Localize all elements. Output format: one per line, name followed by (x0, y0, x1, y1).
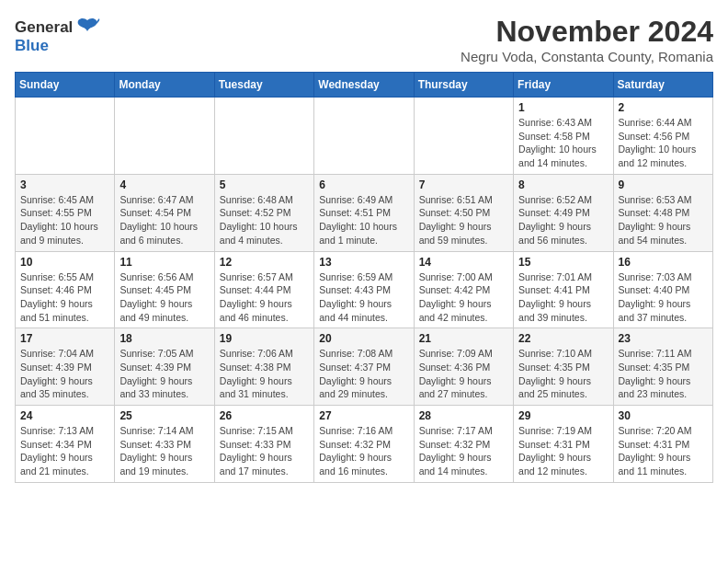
day-number: 4 (119, 178, 209, 191)
calendar-cell (16, 98, 115, 175)
calendar-cell: 12Sunrise: 6:57 AM Sunset: 4:44 PM Dayli… (214, 251, 313, 328)
calendar-cell: 5Sunrise: 6:48 AM Sunset: 4:52 PM Daylig… (214, 174, 313, 251)
day-info: Sunrise: 7:10 AM Sunset: 4:35 PM Dayligh… (518, 347, 608, 401)
day-number: 5 (220, 178, 309, 191)
calendar-cell: 28Sunrise: 7:17 AM Sunset: 4:32 PM Dayli… (414, 406, 513, 483)
calendar-header: Sunday Monday Tuesday Wednesday Thursday… (16, 73, 713, 98)
day-number: 26 (220, 409, 309, 422)
col-monday: Monday (115, 73, 214, 98)
calendar-cell: 11Sunrise: 6:56 AM Sunset: 4:45 PM Dayli… (115, 251, 214, 328)
day-info: Sunrise: 7:17 AM Sunset: 4:32 PM Dayligh… (419, 424, 508, 478)
day-info: Sunrise: 6:43 AM Sunset: 4:58 PM Dayligh… (518, 116, 608, 170)
col-wednesday: Wednesday (314, 73, 414, 98)
calendar-cell: 7Sunrise: 6:51 AM Sunset: 4:50 PM Daylig… (414, 174, 513, 251)
day-number: 3 (20, 178, 109, 191)
calendar-cell: 19Sunrise: 7:06 AM Sunset: 4:38 PM Dayli… (214, 328, 313, 406)
calendar-cell: 16Sunrise: 7:03 AM Sunset: 4:40 PM Dayli… (613, 251, 712, 328)
logo-bird-icon (74, 15, 100, 40)
day-number: 10 (20, 256, 109, 269)
day-number: 1 (518, 101, 608, 114)
day-info: Sunrise: 7:20 AM Sunset: 4:31 PM Dayligh… (619, 424, 708, 478)
day-number: 21 (419, 332, 508, 345)
day-number: 28 (419, 409, 508, 422)
calendar-week-3: 10Sunrise: 6:55 AM Sunset: 4:46 PM Dayli… (16, 251, 713, 328)
calendar-cell: 3Sunrise: 6:45 AM Sunset: 4:55 PM Daylig… (16, 174, 115, 251)
day-number: 23 (619, 332, 708, 345)
day-info: Sunrise: 6:51 AM Sunset: 4:50 PM Dayligh… (419, 193, 508, 247)
day-number: 22 (518, 332, 608, 345)
day-info: Sunrise: 7:11 AM Sunset: 4:35 PM Dayligh… (619, 347, 708, 401)
calendar-cell (314, 98, 414, 175)
calendar-cell: 10Sunrise: 6:55 AM Sunset: 4:46 PM Dayli… (16, 251, 115, 328)
day-number: 11 (119, 256, 209, 269)
day-info: Sunrise: 6:44 AM Sunset: 4:56 PM Dayligh… (619, 116, 708, 170)
day-info: Sunrise: 7:01 AM Sunset: 4:41 PM Dayligh… (518, 270, 608, 325)
header-row: Sunday Monday Tuesday Wednesday Thursday… (16, 73, 713, 98)
day-info: Sunrise: 6:49 AM Sunset: 4:51 PM Dayligh… (319, 193, 408, 247)
day-number: 17 (20, 332, 109, 345)
day-info: Sunrise: 7:06 AM Sunset: 4:38 PM Dayligh… (220, 347, 309, 401)
day-number: 2 (619, 101, 708, 114)
day-info: Sunrise: 7:08 AM Sunset: 4:37 PM Dayligh… (319, 347, 408, 401)
day-number: 9 (619, 178, 708, 191)
calendar-cell (115, 98, 214, 175)
day-number: 6 (319, 178, 408, 191)
day-info: Sunrise: 7:16 AM Sunset: 4:32 PM Dayligh… (319, 424, 408, 478)
calendar-cell: 24Sunrise: 7:13 AM Sunset: 4:34 PM Dayli… (16, 406, 115, 483)
day-number: 13 (319, 256, 408, 269)
day-info: Sunrise: 6:45 AM Sunset: 4:55 PM Dayligh… (20, 193, 109, 247)
day-info: Sunrise: 6:48 AM Sunset: 4:52 PM Dayligh… (220, 193, 309, 247)
day-number: 16 (619, 256, 708, 269)
calendar-week-1: 1Sunrise: 6:43 AM Sunset: 4:58 PM Daylig… (16, 98, 713, 175)
day-info: Sunrise: 7:03 AM Sunset: 4:40 PM Dayligh… (619, 270, 708, 325)
calendar-cell: 27Sunrise: 7:16 AM Sunset: 4:32 PM Dayli… (314, 406, 414, 483)
calendar-table: Sunday Monday Tuesday Wednesday Thursday… (15, 72, 713, 483)
calendar-cell: 6Sunrise: 6:49 AM Sunset: 4:51 PM Daylig… (314, 174, 414, 251)
day-info: Sunrise: 7:13 AM Sunset: 4:34 PM Dayligh… (20, 424, 109, 478)
day-number: 27 (319, 409, 408, 422)
calendar-cell: 14Sunrise: 7:00 AM Sunset: 4:42 PM Dayli… (414, 251, 513, 328)
calendar-cell: 8Sunrise: 6:52 AM Sunset: 4:49 PM Daylig… (514, 174, 613, 251)
day-info: Sunrise: 6:53 AM Sunset: 4:48 PM Dayligh… (619, 193, 708, 247)
day-number: 15 (518, 256, 608, 269)
calendar-cell: 9Sunrise: 6:53 AM Sunset: 4:48 PM Daylig… (613, 174, 712, 251)
calendar-cell: 1Sunrise: 6:43 AM Sunset: 4:58 PM Daylig… (514, 98, 613, 175)
day-number: 14 (419, 256, 508, 269)
day-info: Sunrise: 7:05 AM Sunset: 4:39 PM Dayligh… (119, 347, 209, 401)
day-info: Sunrise: 6:59 AM Sunset: 4:43 PM Dayligh… (319, 270, 408, 325)
day-info: Sunrise: 6:55 AM Sunset: 4:46 PM Dayligh… (20, 270, 109, 325)
title-area: November 2024 Negru Voda, Constanta Coun… (461, 15, 713, 64)
day-info: Sunrise: 6:57 AM Sunset: 4:44 PM Dayligh… (220, 270, 309, 325)
calendar-cell: 23Sunrise: 7:11 AM Sunset: 4:35 PM Dayli… (613, 328, 712, 406)
calendar-cell (214, 98, 313, 175)
day-info: Sunrise: 7:14 AM Sunset: 4:33 PM Dayligh… (119, 424, 209, 478)
calendar-subtitle: Negru Voda, Constanta County, Romania (461, 49, 713, 64)
day-info: Sunrise: 7:00 AM Sunset: 4:42 PM Dayligh… (419, 270, 508, 325)
calendar-cell: 4Sunrise: 6:47 AM Sunset: 4:54 PM Daylig… (115, 174, 214, 251)
day-number: 8 (518, 178, 608, 191)
day-number: 30 (619, 409, 708, 422)
day-info: Sunrise: 7:04 AM Sunset: 4:39 PM Dayligh… (20, 347, 109, 401)
day-number: 12 (220, 256, 309, 269)
day-info: Sunrise: 6:52 AM Sunset: 4:49 PM Dayligh… (518, 193, 608, 247)
day-number: 25 (119, 409, 209, 422)
calendar-title: November 2024 (461, 15, 713, 49)
calendar-cell (414, 98, 513, 175)
calendar-week-5: 24Sunrise: 7:13 AM Sunset: 4:34 PM Dayli… (16, 406, 713, 483)
day-info: Sunrise: 6:56 AM Sunset: 4:45 PM Dayligh… (119, 270, 209, 325)
day-number: 24 (20, 409, 109, 422)
calendar-cell: 21Sunrise: 7:09 AM Sunset: 4:36 PM Dayli… (414, 328, 513, 406)
calendar-cell: 20Sunrise: 7:08 AM Sunset: 4:37 PM Dayli… (314, 328, 414, 406)
calendar-cell: 26Sunrise: 7:15 AM Sunset: 4:33 PM Dayli… (214, 406, 313, 483)
logo-blue-text: Blue (15, 37, 49, 55)
calendar-body: 1Sunrise: 6:43 AM Sunset: 4:58 PM Daylig… (16, 98, 713, 483)
calendar-cell: 17Sunrise: 7:04 AM Sunset: 4:39 PM Dayli… (16, 328, 115, 406)
logo-general-text: General (15, 18, 73, 37)
calendar-cell: 30Sunrise: 7:20 AM Sunset: 4:31 PM Dayli… (613, 406, 712, 483)
day-number: 7 (419, 178, 508, 191)
calendar-week-4: 17Sunrise: 7:04 AM Sunset: 4:39 PM Dayli… (16, 328, 713, 406)
col-saturday: Saturday (613, 73, 712, 98)
calendar-cell: 25Sunrise: 7:14 AM Sunset: 4:33 PM Dayli… (115, 406, 214, 483)
day-number: 20 (319, 332, 408, 345)
calendar-cell: 18Sunrise: 7:05 AM Sunset: 4:39 PM Dayli… (115, 328, 214, 406)
